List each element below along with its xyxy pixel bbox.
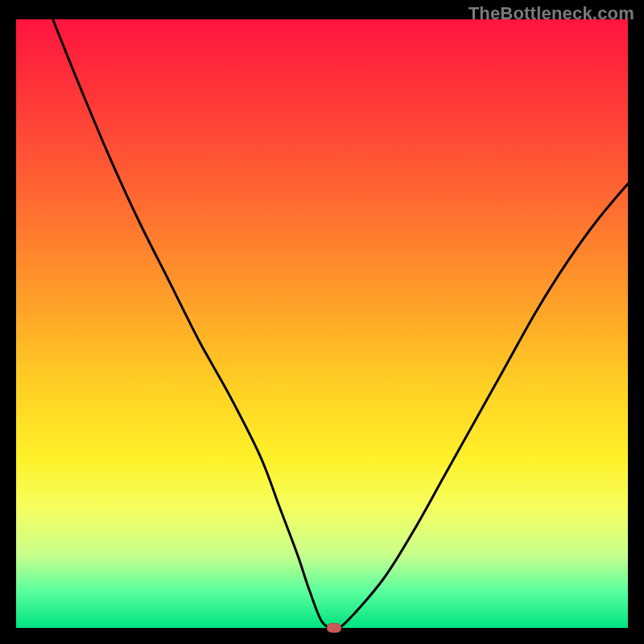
curve-path: [53, 19, 628, 628]
bottleneck-curve: [16, 19, 628, 628]
watermark-text: TheBottleneck.com: [469, 3, 634, 24]
plot-area: [16, 19, 628, 628]
chart-frame: TheBottleneck.com: [0, 0, 644, 644]
optimum-marker: [327, 623, 341, 633]
